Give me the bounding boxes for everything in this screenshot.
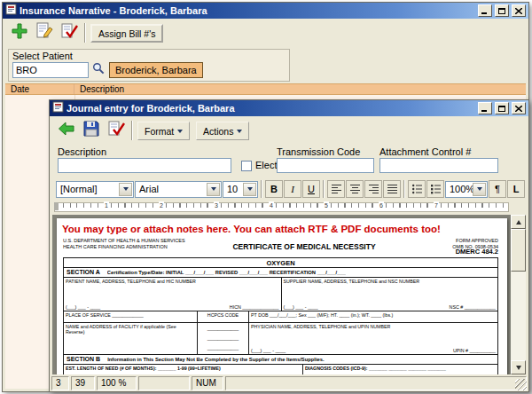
journal-fields-row: Description Electronic Transmission Code… [52, 146, 526, 178]
select-patient-group: Select Patient Broderick, Barbara [8, 49, 290, 82]
align-center-button[interactable] [346, 180, 364, 198]
italic-button[interactable]: I [284, 180, 301, 198]
align-center-icon [349, 183, 361, 196]
electronic-checkbox[interactable] [241, 161, 252, 171]
section-a-text: Certification Type/Date: INITIAL ___/___… [107, 270, 346, 275]
align-right-button[interactable] [364, 180, 382, 198]
description-input[interactable] [58, 158, 231, 173]
combo-dropdown-button[interactable] [473, 183, 486, 196]
ruler-number: 5 [324, 201, 329, 209]
insurance-toolbar: Assign Bill #'s [4, 20, 527, 47]
patient-dob-line: PT DOB ___/___/___; Sex ___ (M/F); HT. _… [251, 312, 393, 318]
ruler-number: 6 [379, 201, 384, 209]
verify-narrative-button[interactable] [58, 21, 81, 44]
new-narrative-button[interactable] [8, 21, 31, 44]
hcpcs-blank-line: ____________ [207, 335, 239, 341]
maximize-button[interactable] [495, 4, 509, 17]
narrative-grid-header: Date Description [5, 83, 526, 95]
combo-dropdown-button[interactable] [243, 183, 256, 196]
align-left-button[interactable] [327, 180, 345, 198]
text-format-toolbar: [Normal] Arial 10 B I U [52, 178, 526, 200]
place-of-service-label: PLACE OF SERVICE ____________ [66, 312, 144, 318]
tab-selector-button[interactable]: L [507, 180, 525, 198]
edit-narrative-button[interactable] [33, 21, 56, 44]
save-disk-icon [82, 119, 101, 142]
rich-text-editor-area[interactable]: You may type or attach notes here. You c… [52, 215, 526, 374]
format-menu-button[interactable]: Format [137, 122, 190, 140]
save-and-close-button[interactable] [55, 119, 78, 142]
save-button[interactable] [80, 119, 103, 142]
font-size-combo[interactable]: 10 [223, 181, 258, 198]
window-icon [52, 100, 64, 116]
window-title: Journal entry for Broderick, Barbara [66, 103, 475, 114]
form-title: CERTIFICATE OF MEDICAL NECESSITY [209, 238, 399, 251]
scroll-up-button[interactable] [511, 215, 526, 229]
section-b-header: SECTION B Information in This Section Ma… [64, 355, 497, 365]
selected-patient-item[interactable]: Broderick, Barbara [109, 62, 203, 78]
hcpcs-code-label: HCPCS CODE [207, 312, 239, 318]
numbered-list-icon [430, 183, 442, 196]
combo-dropdown-button[interactable] [207, 183, 220, 196]
form-table: OXYGEN SECTION A Certification Type/Date… [63, 257, 498, 375]
ruler-number: 3 [214, 201, 219, 209]
underline-button[interactable]: U [302, 180, 320, 198]
red-check-document-icon [59, 21, 79, 44]
toolbar-separator [403, 180, 405, 198]
journal-titlebar[interactable]: Journal entry for Broderick, Barbara [50, 100, 528, 116]
combo-dropdown-button[interactable] [119, 183, 132, 196]
journal-toolbar: Format Actions [51, 117, 527, 145]
resize-grip[interactable] [515, 379, 527, 390]
window-title: Insurance Narrative - Broderick, Barbara [20, 5, 475, 16]
section-b-text: Information in This Section May Not Be C… [107, 357, 324, 362]
toolbar-separator [131, 121, 133, 140]
document-page[interactable]: You may type or attach notes here. You c… [57, 218, 507, 374]
font-size-value: 10 [227, 184, 238, 194]
maximize-button[interactable] [495, 102, 509, 114]
attachment-control-input[interactable] [379, 158, 498, 173]
zoom-value: 100% [450, 184, 474, 194]
journal-entry-window: Journal entry for Broderick, Barbara For… [49, 99, 529, 392]
formatting-marks-button[interactable]: ¶ [489, 180, 506, 198]
est-length-label: EST. LENGTH OF NEED (# OF MONTHS): _____… [66, 366, 221, 371]
align-justify-button[interactable] [383, 180, 401, 198]
scrollbar-thumb[interactable] [511, 229, 526, 272]
insurance-titlebar[interactable]: Insurance Narrative - Broderick, Barbara [3, 3, 528, 19]
scroll-down-button[interactable] [511, 360, 526, 374]
transmission-code-input[interactable] [277, 158, 374, 173]
status-panel-page: 3 [51, 376, 69, 390]
hicn-line: HICN ______________ [230, 304, 279, 310]
bullet-list-button[interactable] [408, 180, 426, 198]
patient-search-input[interactable] [12, 62, 89, 78]
assign-bill-numbers-button[interactable]: Assign Bill #'s [90, 24, 163, 43]
search-icon [92, 62, 105, 78]
minimize-button[interactable] [478, 4, 492, 17]
paragraph-style-combo[interactable]: [Normal] [56, 181, 134, 198]
nsc-line: NSC # ____________ [450, 304, 496, 310]
bold-button[interactable]: B [265, 180, 283, 198]
desktop: Insurance Narrative - Broderick, Barbara… [0, 0, 532, 394]
description-label: Description [58, 146, 106, 157]
zoom-combo[interactable]: 100% [445, 181, 488, 198]
toolbar-separator [323, 180, 325, 198]
status-panel-line: 39 [71, 376, 95, 390]
paragraph-style-value: [Normal] [60, 184, 98, 194]
patient-phone-line: (___) ___ - ____ [66, 304, 100, 310]
vertical-scrollbar[interactable] [511, 215, 526, 374]
numbered-list-button[interactable] [426, 180, 444, 198]
verify-entry-button[interactable] [105, 119, 128, 142]
facility-physician-row: NAME and ADDRESS of FACILITY if applicab… [64, 323, 497, 355]
actions-menu-button[interactable]: Actions [196, 122, 249, 140]
select-patient-label: Select Patient [12, 51, 73, 61]
actions-menu-label: Actions [203, 126, 233, 137]
plus-icon [10, 21, 29, 44]
indent-marker[interactable] [54, 202, 59, 210]
minimize-button[interactable] [478, 102, 492, 114]
patient-search-button[interactable] [90, 62, 106, 78]
align-right-icon [368, 183, 379, 196]
note-text: You may type or attach notes here. You c… [62, 224, 504, 234]
ruler-number: 1 [104, 201, 109, 209]
close-button[interactable] [512, 4, 526, 17]
ruler-number: 2 [159, 201, 164, 209]
close-button[interactable] [512, 102, 526, 114]
font-name-combo[interactable]: Arial [135, 181, 222, 198]
